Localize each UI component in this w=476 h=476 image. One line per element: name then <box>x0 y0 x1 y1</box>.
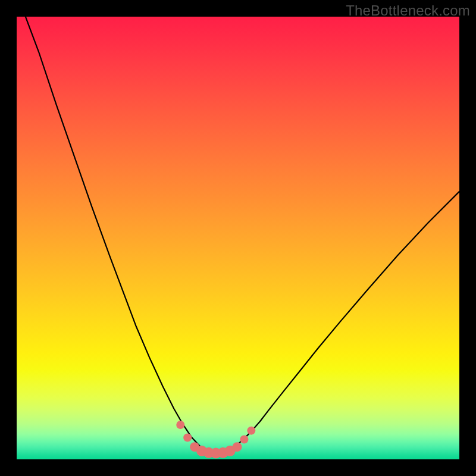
marker-dot <box>183 434 192 442</box>
plot-area <box>17 17 459 459</box>
chart-svg <box>17 17 459 459</box>
marker-dot <box>240 436 248 444</box>
watermark-text: TheBottleneck.com <box>346 2 470 19</box>
marker-dot <box>247 427 255 435</box>
figure-frame: TheBottleneck.com <box>0 0 476 476</box>
marker-dot <box>233 442 242 452</box>
bottleneck-curve <box>26 17 459 453</box>
bottom-markers <box>176 421 255 459</box>
marker-dot <box>176 421 184 429</box>
